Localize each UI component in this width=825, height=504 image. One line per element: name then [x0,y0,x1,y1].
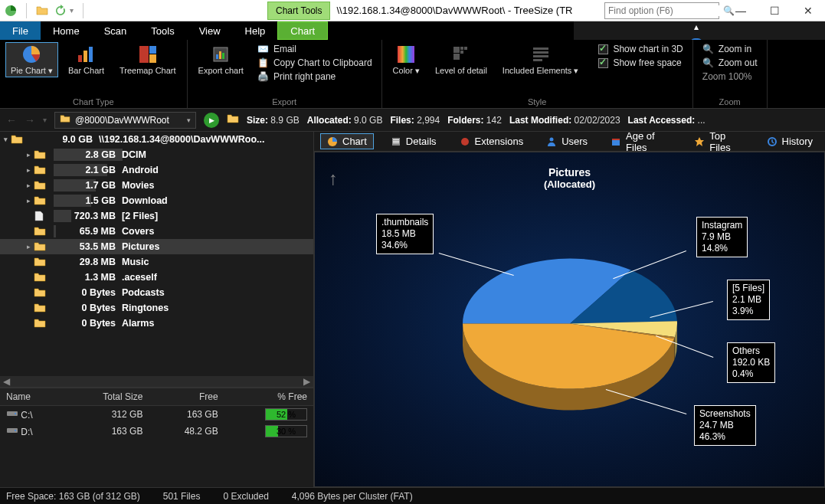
chart-area[interactable]: ↑ Pictures (Allocated) .thumbnails18.5 M… [314,152,825,487]
svg-rect-13 [453,47,460,53]
svg-rect-18 [533,47,548,50]
bar-chart-button[interactable]: Bar Chart [64,43,109,77]
scan-button[interactable]: ▶ [204,113,219,128]
svg-rect-20 [533,55,548,57]
col-name[interactable]: Name [0,388,64,406]
tab-icon [611,136,621,147]
nav-forward-icon[interactable]: → [25,114,35,126]
tab-users[interactable]: Users [540,134,594,149]
address-box[interactable]: ▾ [54,112,196,129]
svg-rect-29 [393,141,399,142]
tab-icon [767,136,778,147]
export-chart-button[interactable]: Export chart [194,43,248,77]
level-of-detail-button[interactable]: Level of detail [431,43,492,77]
col-total[interactable]: Total Size [64,388,149,406]
refresh-icon[interactable] [54,5,67,17]
svg-point-31 [461,138,469,146]
col-pct[interactable]: % Free [224,388,313,406]
tab-extensions[interactable]: Extensions [453,134,530,149]
tab-icon [391,136,401,147]
svg-rect-5 [139,46,149,63]
tree-item[interactable]: 65.9 MBCovers [0,224,313,239]
pie-chart[interactable] [455,247,685,425]
ribbon-group-style: Color ▾ Level of detail Included Element… [382,40,693,108]
chart-tools-context-tab[interactable]: Chart Tools [267,2,330,20]
menu-help[interactable]: Help [233,21,278,40]
quick-access-toolbar: ▾ [0,3,91,18]
tab-icon [327,136,338,147]
clipboard-icon: 📋 [257,57,269,68]
ribbon-chart: Pie Chart ▾ Bar Chart Treemap Chart Char… [0,40,825,109]
chart-title: Pictures [315,152,824,178]
copy-clipboard-button[interactable]: 📋Copy Chart to Clipboard [254,57,375,69]
menu-file[interactable]: File [0,21,41,40]
zoom-out-button[interactable]: 🔍Zoom out [699,57,761,69]
tree-item[interactable]: 0 BytesPodcasts [0,285,313,300]
collapse-ribbon-icon[interactable]: ▴ [694,21,699,32]
tree-item[interactable]: 720.3 MB[2 Files] [0,208,313,224]
tree-item[interactable]: ▸ 2.1 GBAndroid [0,162,313,178]
pie-chart-button[interactable]: Pie Chart ▾ [6,43,57,77]
tab-history[interactable]: History [761,134,819,149]
menu-scan[interactable]: Scan [92,21,139,40]
tree-item[interactable]: ▸ 1.7 GBMovies [0,178,313,193]
svg-rect-9 [216,54,218,59]
tree-item[interactable]: ▸ 2.8 GBDCIM [0,147,313,162]
tree-item[interactable]: 0 BytesRingtones [0,300,313,316]
tab-details[interactable]: Details [385,134,443,149]
tree-item[interactable]: ▸ 53.5 MBPictures [0,239,313,254]
find-option-input[interactable] [608,5,723,16]
drive-row[interactable]: C:\312 GB163 GB52 % [0,406,313,424]
svg-rect-21 [533,59,542,61]
svg-rect-12 [398,46,414,63]
status-free: Free Space: 163 GB (of 312 GB) [6,491,140,502]
menu-chart[interactable]: Chart [277,21,328,40]
svg-rect-4 [89,47,93,62]
drives-table: Name Total Size Free % Free C:\312 GB163… [0,388,313,440]
nav-history-icon[interactable]: ▾ [43,116,47,124]
drive-row[interactable]: D:\163 GB48.2 GB30 % [0,423,313,440]
app-icon [5,5,17,17]
statusbar: Free Space: 163 GB (of 312 GB) 501 Files… [0,487,825,504]
directory-tree[interactable]: ▾9.0 GB\\192.168.1.34@8000\DavWWWRoo... … [0,132,313,388]
go-up-icon[interactable]: ↑ [329,168,338,189]
show-3d-checkbox[interactable]: Show chart in 3D [595,43,686,55]
tab-chart[interactable]: Chart [320,133,374,149]
address-input[interactable] [75,115,182,126]
open-folder-icon[interactable] [36,5,48,17]
tree-item[interactable]: 29.8 MBMusic [0,254,313,270]
svg-rect-6 [149,46,156,54]
tab-icon [694,136,705,147]
find-option-search[interactable]: 🔍 [604,2,719,19]
svg-rect-28 [393,139,399,140]
svg-rect-34 [612,139,620,140]
menu-view[interactable]: View [187,21,233,40]
email-button[interactable]: ✉️Email [254,43,375,55]
h-scrollbar[interactable]: ◀▶ [0,376,313,387]
svg-rect-11 [222,53,224,59]
menu-home[interactable]: Home [41,21,92,40]
folders-kv: Folders: 142 [447,115,502,126]
chart-subtitle: (Allocated) [315,178,824,190]
close-button[interactable]: ✕ [791,0,825,21]
tree-item[interactable]: ▸ 1.5 GBDownload [0,193,313,208]
callout-[5 Files]: [5 Files]2.1 MB3.9% [727,280,770,320]
included-elements-button[interactable]: Included Elements ▾ [498,43,584,77]
maximize-button[interactable]: ☐ [758,0,791,21]
callout-Others: Others192.0 KB0.4% [727,342,775,383]
menu-tools[interactable]: Tools [139,21,186,40]
print-button[interactable]: 🖨️Print right pane [254,70,375,83]
minimize-button[interactable]: — [724,0,758,21]
lastacc-kv: Last Accessed: ... [628,115,706,126]
nav-back-icon[interactable]: ← [6,114,17,126]
tree-item[interactable]: 1.3 MB.aceself [0,270,313,285]
tree-item[interactable]: 0 BytesAlarms [0,316,313,331]
color-button[interactable]: Color ▾ [388,43,424,77]
col-free[interactable]: Free [149,388,224,406]
tree-root[interactable]: ▾9.0 GB\\192.168.1.34@8000\DavWWWRoo... [0,132,313,147]
tab-icon [546,136,557,147]
show-free-space-checkbox[interactable]: Show free space [595,57,686,69]
zoom-in-button[interactable]: 🔍Zoom in [699,43,761,55]
treemap-chart-button[interactable]: Treemap Chart [115,43,181,77]
status-cluster: 4,096 Bytes per Cluster (FAT) [292,491,413,502]
